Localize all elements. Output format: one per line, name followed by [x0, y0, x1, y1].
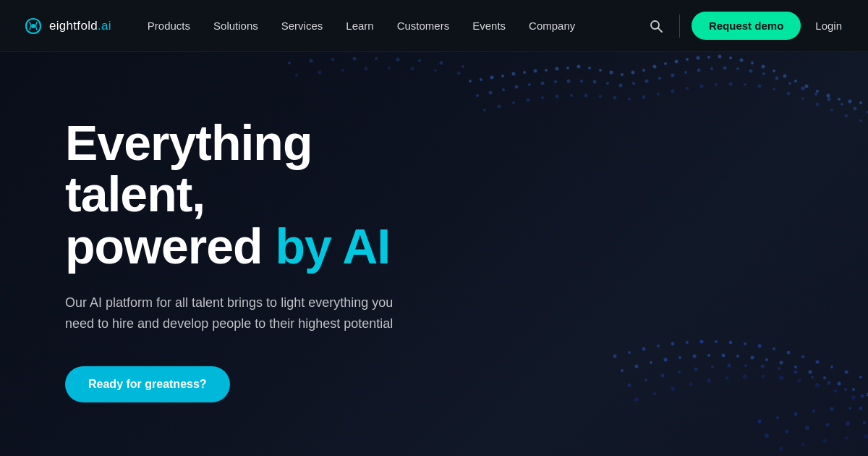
svg-point-137 — [694, 368, 698, 371]
svg-point-124 — [751, 356, 754, 360]
svg-point-83 — [671, 90, 675, 93]
svg-point-64 — [801, 87, 805, 90]
svg-point-34 — [816, 90, 819, 93]
svg-point-115 — [621, 369, 624, 372]
svg-point-120 — [693, 355, 697, 358]
svg-point-39 — [476, 94, 479, 97]
svg-point-13 — [588, 67, 591, 69]
svg-point-104 — [715, 340, 718, 343]
svg-point-32 — [794, 80, 797, 83]
svg-point-82 — [657, 93, 660, 96]
svg-point-78 — [599, 95, 602, 98]
svg-point-73 — [527, 98, 530, 102]
svg-point-179 — [765, 434, 769, 438]
svg-point-129 — [823, 376, 826, 379]
svg-point-167 — [770, 389, 775, 394]
svg-point-0 — [31, 24, 35, 28]
svg-point-163 — [689, 400, 694, 404]
svg-point-183 — [846, 421, 850, 426]
svg-point-123 — [736, 355, 739, 358]
svg-point-14 — [599, 69, 602, 72]
hero-section: Everything talent, powered by AI Our AI … — [0, 52, 868, 456]
svg-point-106 — [744, 342, 746, 345]
nav-link-company[interactable]: Company — [519, 14, 585, 38]
nav-right: Request demo Login — [644, 12, 845, 40]
nav-link-solutions[interactable]: Solutions — [203, 14, 268, 38]
svg-point-38 — [859, 101, 862, 104]
svg-point-113 — [845, 371, 848, 374]
svg-point-49 — [606, 82, 609, 85]
search-button[interactable] — [644, 14, 668, 38]
svg-point-153 — [726, 376, 729, 380]
login-button[interactable]: Login — [812, 14, 845, 38]
logo[interactable]: eightfold.ai — [23, 16, 111, 36]
svg-point-60 — [749, 69, 753, 73]
svg-point-55 — [684, 71, 687, 74]
svg-point-98 — [628, 351, 631, 354]
svg-point-28 — [751, 62, 754, 64]
svg-point-171 — [851, 407, 856, 411]
search-icon — [649, 19, 663, 33]
svg-point-25 — [718, 55, 722, 59]
nav-link-customers[interactable]: Customers — [387, 14, 460, 38]
svg-point-151 — [689, 383, 693, 387]
nav-divider — [679, 14, 680, 38]
svg-point-189 — [864, 434, 868, 439]
svg-point-79 — [613, 96, 617, 100]
svg-point-187 — [822, 439, 827, 443]
svg-point-31 — [783, 75, 787, 78]
svg-point-157 — [798, 379, 801, 383]
svg-point-172 — [758, 420, 762, 423]
svg-point-91 — [787, 92, 791, 96]
svg-point-117 — [650, 361, 652, 364]
svg-point-67 — [841, 103, 843, 106]
svg-point-144 — [811, 376, 814, 379]
svg-point-15 — [610, 71, 613, 75]
svg-point-130 — [838, 382, 841, 386]
svg-point-59 — [736, 67, 739, 70]
svg-point-110 — [801, 355, 804, 358]
svg-point-94 — [830, 109, 833, 111]
svg-point-119 — [678, 356, 681, 359]
request-demo-button[interactable]: Request demo — [692, 12, 801, 40]
svg-point-12 — [577, 65, 581, 69]
svg-point-121 — [707, 354, 710, 357]
svg-point-53 — [658, 77, 661, 80]
svg-point-24 — [707, 56, 710, 59]
svg-point-75 — [556, 95, 559, 98]
nav-link-products[interactable]: Products — [137, 14, 200, 38]
hero-title-plain: powered — [65, 219, 276, 274]
nav-link-services[interactable]: Services — [271, 14, 333, 38]
svg-point-178 — [859, 407, 863, 410]
svg-point-134 — [644, 379, 647, 381]
svg-point-158 — [815, 383, 820, 387]
svg-point-88 — [744, 83, 746, 86]
svg-point-10 — [556, 67, 559, 71]
svg-point-140 — [744, 364, 747, 367]
svg-point-111 — [816, 360, 820, 364]
svg-point-184 — [863, 421, 867, 425]
nav-link-events[interactable]: Events — [462, 14, 516, 38]
svg-point-159 — [834, 389, 838, 393]
svg-point-77 — [584, 94, 588, 98]
svg-point-102 — [686, 341, 689, 344]
svg-point-142 — [778, 367, 780, 370]
nav-link-learn[interactable]: Learn — [336, 14, 383, 38]
cta-button[interactable]: Ready for greatness? — [65, 366, 230, 402]
svg-point-150 — [671, 387, 675, 391]
svg-point-5 — [501, 75, 504, 77]
svg-point-116 — [635, 365, 639, 368]
svg-point-155 — [762, 375, 765, 379]
svg-point-72 — [512, 101, 515, 104]
svg-point-42 — [515, 85, 519, 89]
svg-point-70 — [483, 109, 486, 111]
svg-point-3 — [480, 78, 482, 81]
svg-point-21 — [675, 60, 678, 64]
hero-title-line1: Everything talent, — [65, 115, 312, 221]
nav-left: eightfold.ai Products Solutions Services… — [23, 14, 585, 38]
svg-point-35 — [827, 94, 830, 98]
hero-content: Everything talent, powered by AI Our AI … — [0, 52, 463, 402]
svg-point-180 — [786, 430, 789, 434]
svg-point-148 — [634, 397, 639, 402]
svg-point-143 — [794, 371, 798, 374]
